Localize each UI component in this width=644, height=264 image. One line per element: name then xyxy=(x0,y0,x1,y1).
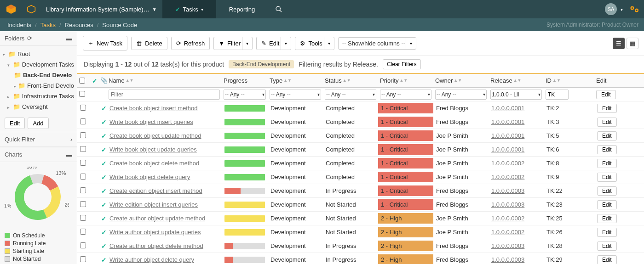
filter-status-select[interactable]: -- Any --▾ xyxy=(325,90,376,100)
row-checkbox[interactable] xyxy=(80,187,86,193)
row-checkbox[interactable] xyxy=(80,118,86,124)
release-link[interactable]: 1.0.0.0.0001 xyxy=(491,105,524,112)
release-link[interactable]: 1.0.0.0.0002 xyxy=(491,174,524,180)
col-priority[interactable]: Priority▲▼ xyxy=(378,74,433,87)
row-edit-button[interactable]: Edit xyxy=(597,228,617,237)
row-edit-button[interactable]: Edit xyxy=(597,200,617,209)
showhide-columns-select[interactable]: -- Show/hide columns -- xyxy=(338,37,409,50)
row-checkbox[interactable] xyxy=(80,146,86,152)
tools-dropdown[interactable]: ▾ xyxy=(324,37,334,50)
filter-edit-button[interactable]: Edit xyxy=(596,90,616,99)
filter-release-select[interactable]: 1.0.0.0 - Lil▾ xyxy=(490,90,542,100)
row-checkbox[interactable] xyxy=(80,229,86,235)
col-status[interactable]: Status▲▼ xyxy=(323,74,378,87)
task-name-link[interactable]: Create edition object insert method xyxy=(109,187,202,194)
col-type[interactable]: Type▲▼ xyxy=(268,74,323,87)
col-release[interactable]: Release▲▼ xyxy=(489,74,544,87)
list-view-toggle[interactable]: ☰ xyxy=(613,38,625,49)
task-name-link[interactable]: Create author object delete method xyxy=(109,242,203,249)
edit-dropdown[interactable]: ▾ xyxy=(281,37,291,50)
filter-type-select[interactable]: -- Any --▾ xyxy=(270,90,321,100)
row-edit-button[interactable]: Edit xyxy=(597,118,617,127)
row-checkbox[interactable] xyxy=(80,132,86,138)
task-name-link[interactable]: Write edition object insert queries xyxy=(109,201,198,208)
product-dropdown[interactable]: Library Information System (Sample)… ▼ xyxy=(40,0,162,18)
col-id[interactable]: ID▲▼ xyxy=(544,74,594,87)
user-avatar[interactable]: SA xyxy=(605,3,617,15)
row-edit-button[interactable]: Edit xyxy=(597,173,617,182)
breadcrumb-incidents[interactable]: Incidents xyxy=(6,22,33,28)
filter-checkbox[interactable] xyxy=(79,91,85,97)
tree-backend[interactable]: 📁Back-End Develo xyxy=(0,70,77,80)
row-edit-button[interactable]: Edit xyxy=(597,255,617,264)
filter-name-input[interactable] xyxy=(109,90,220,100)
task-name-link[interactable]: Write book object update queries xyxy=(109,146,197,153)
search-button[interactable] xyxy=(268,0,290,18)
task-name-link[interactable]: Write author object update queries xyxy=(109,229,201,236)
task-name-link[interactable]: Create book object delete method xyxy=(109,160,199,167)
row-edit-button[interactable]: Edit xyxy=(597,159,617,168)
folder-edit-button[interactable]: Edit xyxy=(5,118,25,129)
row-checkbox[interactable] xyxy=(80,174,86,180)
edit-button[interactable]: ✎Edit xyxy=(256,37,284,50)
row-checkbox[interactable] xyxy=(80,242,86,248)
row-edit-button[interactable]: Edit xyxy=(597,145,617,154)
row-checkbox[interactable] xyxy=(80,105,86,111)
board-view-toggle[interactable]: ▦ xyxy=(627,38,638,49)
refresh-icon[interactable]: ⟳ xyxy=(27,35,32,42)
refresh-button[interactable]: ⟳Refresh xyxy=(171,37,210,50)
app-logo-icon[interactable] xyxy=(0,0,22,18)
release-link[interactable]: 1.0.0.0.0003 xyxy=(491,187,524,194)
col-name[interactable]: Name▲▼ xyxy=(107,74,222,87)
release-link[interactable]: 1.0.0.0.0001 xyxy=(491,118,524,125)
row-checkbox[interactable] xyxy=(80,160,86,166)
tree-root[interactable]: ▾📁Root xyxy=(0,49,77,59)
task-name-link[interactable]: Create book object insert method xyxy=(109,105,198,112)
select-all-checkbox[interactable] xyxy=(79,78,85,84)
row-edit-button[interactable]: Edit xyxy=(597,214,617,223)
tree-frontend[interactable]: ▸📁Front-End Develo xyxy=(0,80,77,91)
row-edit-button[interactable]: Edit xyxy=(597,242,617,251)
release-link[interactable]: 1.0.0.0.0001 xyxy=(491,132,524,139)
release-link[interactable]: 1.0.0.0.0003 xyxy=(491,256,524,263)
breadcrumb-source-code[interactable]: Source Code xyxy=(100,22,139,28)
task-name-link[interactable]: Create book object update method xyxy=(109,132,201,139)
col-progress[interactable]: Progress xyxy=(222,74,268,87)
tree-infra[interactable]: ▸📁Infrastructure Tasks xyxy=(0,91,77,101)
showhide-dropdown[interactable]: ▾ xyxy=(406,37,416,50)
row-edit-button[interactable]: Edit xyxy=(597,131,617,140)
row-edit-button[interactable]: Edit xyxy=(597,104,617,113)
new-task-button[interactable]: ＋New Task xyxy=(83,36,127,51)
release-link[interactable]: 1.0.0.0.0002 xyxy=(491,229,524,236)
breadcrumb-resources[interactable]: Resources xyxy=(63,22,95,28)
filter-dropdown[interactable]: ▾ xyxy=(242,37,253,50)
release-link[interactable]: 1.0.0.0.0002 xyxy=(491,160,524,167)
task-name-link[interactable]: Write author object delete query xyxy=(109,256,194,263)
quick-filter-header[interactable]: Quick Filter › xyxy=(0,132,77,147)
row-checkbox[interactable] xyxy=(80,215,86,221)
filter-button[interactable]: ▼Filter xyxy=(213,37,246,50)
chevron-down-icon[interactable]: ▾ xyxy=(621,7,623,12)
task-name-link[interactable]: Write book object delete query xyxy=(109,174,190,180)
tab-tasks[interactable]: ✓ Tasks ▾ xyxy=(162,0,216,18)
release-link[interactable]: 1.0.0.0.0001 xyxy=(491,146,524,153)
settings-gears-icon[interactable] xyxy=(626,5,644,14)
filter-progress-select[interactable]: -- Any --▾ xyxy=(224,90,266,100)
filter-owner-select[interactable]: -- Any --▾ xyxy=(435,90,487,100)
tree-oversight[interactable]: ▸📁Oversight xyxy=(0,101,77,112)
task-name-link[interactable]: Create author object update method xyxy=(109,215,205,222)
tab-reporting[interactable]: Reporting xyxy=(216,0,268,18)
filter-priority-select[interactable]: -- Any --▾ xyxy=(380,90,431,100)
charts-header[interactable]: Charts ▬ xyxy=(0,147,77,162)
row-checkbox[interactable] xyxy=(80,256,86,262)
tools-button[interactable]: ⚙Tools xyxy=(295,37,327,50)
row-edit-button[interactable]: Edit xyxy=(597,186,617,196)
breadcrumb-tasks[interactable]: Tasks xyxy=(39,22,58,28)
release-link[interactable]: 1.0.0.0.0002 xyxy=(491,215,524,222)
row-checkbox[interactable] xyxy=(80,201,86,207)
minimize-icon[interactable]: ▬ xyxy=(66,35,72,42)
hexagon-icon[interactable] xyxy=(22,5,40,14)
release-link[interactable]: 1.0.0.0.0003 xyxy=(491,201,524,208)
delete-button[interactable]: 🗑Delete xyxy=(131,37,167,50)
col-owner[interactable]: Owner▲▼ xyxy=(433,74,489,87)
